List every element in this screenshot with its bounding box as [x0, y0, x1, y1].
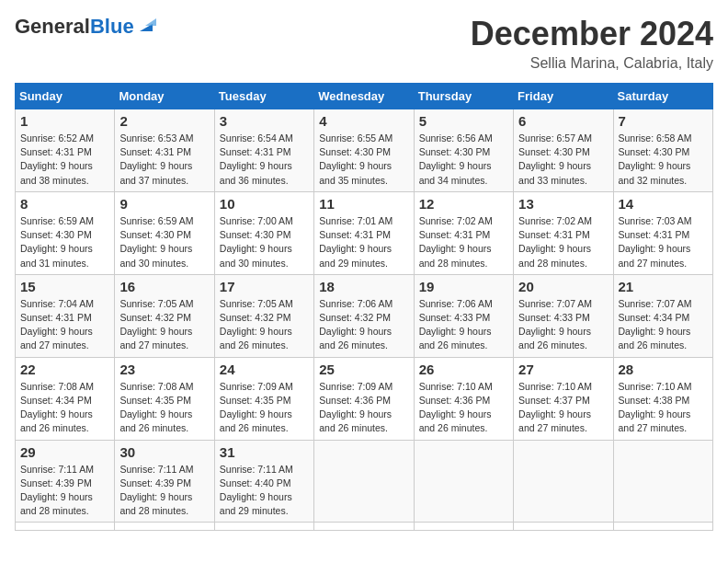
day-info: Sunrise: 6:58 AM Sunset: 4:30 PM Dayligh…	[619, 132, 708, 188]
calendar-cell: 3Sunrise: 6:54 AM Sunset: 4:31 PM Daylig…	[214, 109, 313, 192]
col-monday: Monday	[115, 84, 214, 109]
day-number: 6	[518, 113, 608, 129]
day-number: 7	[619, 113, 708, 129]
day-number: 12	[419, 196, 508, 212]
day-info: Sunrise: 7:11 AM Sunset: 4:39 PM Dayligh…	[119, 463, 209, 519]
calendar-cell: 27Sunrise: 7:10 AM Sunset: 4:37 PM Dayli…	[514, 357, 613, 440]
day-info: Sunrise: 7:02 AM Sunset: 4:31 PM Dayligh…	[518, 214, 608, 270]
day-number: 17	[220, 279, 309, 294]
calendar-cell: 18Sunrise: 7:06 AM Sunset: 4:32 PM Dayli…	[314, 274, 414, 357]
day-number: 9	[119, 196, 209, 212]
day-number: 20	[518, 279, 608, 294]
day-info: Sunrise: 7:06 AM Sunset: 4:33 PM Dayligh…	[419, 297, 508, 353]
calendar-cell: 15Sunrise: 7:04 AM Sunset: 4:31 PM Dayli…	[16, 274, 115, 357]
calendar-cell: 21Sunrise: 7:07 AM Sunset: 4:34 PM Dayli…	[613, 274, 712, 357]
calendar-cell: 28Sunrise: 7:10 AM Sunset: 4:38 PM Dayli…	[613, 357, 712, 440]
day-number: 16	[119, 279, 209, 294]
calendar-cell: 6Sunrise: 6:57 AM Sunset: 4:30 PM Daylig…	[514, 109, 613, 192]
day-number: 3	[220, 113, 309, 129]
day-info: Sunrise: 7:07 AM Sunset: 4:33 PM Dayligh…	[518, 297, 608, 353]
day-info: Sunrise: 7:02 AM Sunset: 4:31 PM Dayligh…	[419, 214, 508, 270]
day-info: Sunrise: 7:11 AM Sunset: 4:39 PM Dayligh…	[20, 463, 109, 519]
svg-marker-1	[145, 18, 156, 26]
calendar-cell	[514, 440, 613, 523]
calendar-cell	[16, 523, 115, 531]
day-info: Sunrise: 7:10 AM Sunset: 4:36 PM Dayligh…	[419, 380, 508, 436]
calendar-cell: 17Sunrise: 7:05 AM Sunset: 4:32 PM Dayli…	[214, 274, 313, 357]
col-tuesday: Tuesday	[214, 84, 313, 109]
calendar-week-5: 29Sunrise: 7:11 AM Sunset: 4:39 PM Dayli…	[16, 440, 713, 523]
header-row: Sunday Monday Tuesday Wednesday Thursday…	[16, 84, 713, 109]
logo-text: GeneralBlue	[15, 17, 134, 37]
day-number: 22	[20, 362, 109, 377]
col-saturday: Saturday	[613, 84, 712, 109]
day-number: 31	[220, 444, 309, 460]
header: GeneralBlue December 2024 Sellia Marina,…	[15, 15, 713, 72]
day-number: 13	[518, 196, 608, 212]
calendar-cell: 29Sunrise: 7:11 AM Sunset: 4:39 PM Dayli…	[16, 440, 115, 523]
calendar-cell	[115, 523, 214, 531]
day-info: Sunrise: 7:11 AM Sunset: 4:40 PM Dayligh…	[220, 463, 309, 519]
day-number: 28	[619, 362, 708, 377]
calendar-week-2: 8Sunrise: 6:59 AM Sunset: 4:30 PM Daylig…	[16, 191, 713, 274]
calendar-cell: 12Sunrise: 7:02 AM Sunset: 4:31 PM Dayli…	[414, 191, 513, 274]
day-number: 23	[119, 362, 209, 377]
day-info: Sunrise: 7:07 AM Sunset: 4:34 PM Dayligh…	[619, 297, 708, 353]
calendar-cell: 14Sunrise: 7:03 AM Sunset: 4:31 PM Dayli…	[613, 191, 712, 274]
day-number: 24	[220, 362, 309, 377]
calendar-cell	[414, 523, 513, 531]
calendar-cell: 22Sunrise: 7:08 AM Sunset: 4:34 PM Dayli…	[16, 357, 115, 440]
calendar-cell: 1Sunrise: 6:52 AM Sunset: 4:31 PM Daylig…	[16, 109, 115, 192]
day-info: Sunrise: 7:09 AM Sunset: 4:35 PM Dayligh…	[220, 380, 309, 436]
day-number: 27	[518, 362, 608, 377]
day-info: Sunrise: 7:04 AM Sunset: 4:31 PM Dayligh…	[20, 297, 109, 353]
day-info: Sunrise: 6:55 AM Sunset: 4:30 PM Dayligh…	[319, 132, 408, 188]
day-number: 29	[20, 444, 109, 460]
day-info: Sunrise: 7:08 AM Sunset: 4:34 PM Dayligh…	[20, 380, 109, 436]
month-title: December 2024	[471, 15, 713, 53]
day-info: Sunrise: 7:09 AM Sunset: 4:36 PM Dayligh…	[319, 380, 408, 436]
day-info: Sunrise: 7:10 AM Sunset: 4:38 PM Dayligh…	[619, 380, 708, 436]
day-number: 21	[619, 279, 708, 294]
calendar-week-4: 22Sunrise: 7:08 AM Sunset: 4:34 PM Dayli…	[16, 357, 713, 440]
calendar-cell	[613, 523, 712, 531]
calendar-cell	[214, 523, 313, 531]
day-number: 5	[419, 113, 508, 129]
calendar-cell: 23Sunrise: 7:08 AM Sunset: 4:35 PM Dayli…	[115, 357, 214, 440]
calendar-cell: 16Sunrise: 7:05 AM Sunset: 4:32 PM Dayli…	[115, 274, 214, 357]
day-info: Sunrise: 6:52 AM Sunset: 4:31 PM Dayligh…	[20, 132, 109, 188]
day-number: 14	[619, 196, 708, 212]
day-number: 26	[419, 362, 508, 377]
day-number: 2	[119, 113, 209, 129]
day-number: 19	[419, 279, 508, 294]
calendar-table: Sunday Monday Tuesday Wednesday Thursday…	[15, 83, 713, 531]
calendar-cell: 5Sunrise: 6:56 AM Sunset: 4:30 PM Daylig…	[414, 109, 513, 192]
logo: GeneralBlue	[15, 15, 156, 39]
day-number: 30	[119, 444, 209, 460]
col-sunday: Sunday	[16, 84, 115, 109]
calendar-cell: 19Sunrise: 7:06 AM Sunset: 4:33 PM Dayli…	[414, 274, 513, 357]
location-title: Sellia Marina, Calabria, Italy	[471, 55, 713, 72]
day-info: Sunrise: 6:57 AM Sunset: 4:30 PM Dayligh…	[518, 132, 608, 188]
logo-icon	[136, 15, 156, 35]
calendar-cell: 10Sunrise: 7:00 AM Sunset: 4:30 PM Dayli…	[214, 191, 313, 274]
calendar-cell	[613, 440, 712, 523]
calendar-week-1: 1Sunrise: 6:52 AM Sunset: 4:31 PM Daylig…	[16, 109, 713, 192]
day-number: 1	[20, 113, 109, 129]
col-friday: Friday	[514, 84, 613, 109]
calendar-cell: 30Sunrise: 7:11 AM Sunset: 4:39 PM Dayli…	[115, 440, 214, 523]
day-number: 15	[20, 279, 109, 294]
calendar-cell: 26Sunrise: 7:10 AM Sunset: 4:36 PM Dayli…	[414, 357, 513, 440]
day-info: Sunrise: 7:08 AM Sunset: 4:35 PM Dayligh…	[119, 380, 209, 436]
calendar-cell: 25Sunrise: 7:09 AM Sunset: 4:36 PM Dayli…	[314, 357, 414, 440]
day-info: Sunrise: 6:59 AM Sunset: 4:30 PM Dayligh…	[119, 214, 209, 270]
day-info: Sunrise: 6:54 AM Sunset: 4:31 PM Dayligh…	[220, 132, 309, 188]
day-info: Sunrise: 7:05 AM Sunset: 4:32 PM Dayligh…	[220, 297, 309, 353]
calendar-cell: 31Sunrise: 7:11 AM Sunset: 4:40 PM Dayli…	[214, 440, 313, 523]
day-number: 10	[220, 196, 309, 212]
calendar-cell	[414, 440, 513, 523]
calendar-week-3: 15Sunrise: 7:04 AM Sunset: 4:31 PM Dayli…	[16, 274, 713, 357]
calendar-week-6	[16, 523, 713, 531]
day-info: Sunrise: 6:56 AM Sunset: 4:30 PM Dayligh…	[419, 132, 508, 188]
day-info: Sunrise: 7:03 AM Sunset: 4:31 PM Dayligh…	[619, 214, 708, 270]
